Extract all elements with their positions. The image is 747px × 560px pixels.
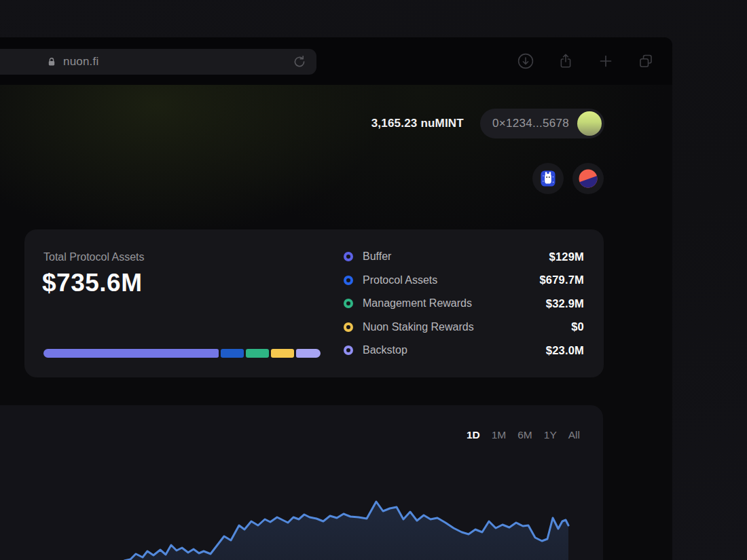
- management-rewards-dot: [344, 299, 353, 308]
- legend-label: Buffer: [363, 250, 549, 263]
- wallet-address-button[interactable]: 0×1234...5678: [480, 109, 604, 138]
- address-bar[interactable]: nuon.fi: [0, 49, 316, 75]
- total-protocol-assets-card: Total Protocol Assets $735.6M Buffer $12…: [24, 229, 604, 377]
- backstop-dot: [344, 346, 353, 355]
- bar-segment-nuon-staking-rewards: [271, 349, 294, 358]
- assets-line-chart[interactable]: [0, 405, 603, 560]
- buffer-dot: [344, 252, 353, 261]
- browser-window: nuon.fi: [0, 37, 672, 560]
- bar-segment-protocol-assets: [221, 349, 244, 358]
- nuon-staking-rewards-dot: [344, 322, 353, 332]
- reload-icon[interactable]: [292, 54, 307, 72]
- wallet-header: 3,165.23 nuMINT 0×1234...5678: [371, 109, 604, 138]
- share-icon[interactable]: [557, 52, 575, 70]
- bar-segment-buffer: [43, 349, 219, 358]
- legend-value: $32.9M: [546, 297, 584, 310]
- numint-balance: 3,165.23 nuMINT: [371, 117, 464, 130]
- assets-chart-card: 1D 1M 6M 1Y All: [0, 405, 603, 560]
- wallet-address: 0×1234...5678: [492, 117, 569, 130]
- asset-legend: Buffer $129M Protocol Assets $679.7M Man…: [344, 245, 584, 362]
- total-assets-value: $735.6M: [42, 269, 143, 297]
- toolbar-buttons: [517, 37, 655, 85]
- pie-logo-button[interactable]: [572, 163, 604, 194]
- new-tab-icon[interactable]: [597, 52, 615, 70]
- asset-allocation-bar: [43, 349, 321, 358]
- tab-overview-icon[interactable]: [637, 52, 655, 70]
- external-links: [532, 163, 604, 194]
- legend-label: Protocol Assets: [363, 274, 539, 286]
- legend-row: Backstop $23.0M: [344, 339, 584, 362]
- defillama-icon: [538, 168, 558, 189]
- legend-row: Buffer $129M: [344, 245, 584, 269]
- page-content: 3,165.23 nuMINT 0×1234...5678: [0, 85, 672, 560]
- url-text: nuon.fi: [63, 55, 98, 69]
- bar-segment-backstop: [296, 349, 321, 358]
- defillama-button[interactable]: [532, 163, 564, 194]
- legend-row: Nuon Staking Rewards $0: [344, 316, 584, 339]
- card-title: Total Protocol Assets: [43, 251, 145, 263]
- browser-toolbar: nuon.fi: [0, 37, 672, 85]
- legend-row: Management Rewards $32.9M: [344, 292, 584, 316]
- legend-label: Nuon Staking Rewards: [363, 321, 571, 333]
- lock-icon: [46, 56, 57, 67]
- bar-segment-management-rewards: [246, 349, 270, 358]
- legend-value: $23.0M: [546, 344, 584, 357]
- pie-logo-icon: [578, 168, 598, 189]
- download-icon[interactable]: [517, 52, 534, 70]
- wallet-avatar: [577, 111, 602, 136]
- legend-row: Protocol Assets $679.7M: [344, 269, 584, 293]
- legend-label: Backstop: [363, 344, 546, 356]
- legend-value: $129M: [549, 250, 584, 263]
- legend-label: Management Rewards: [363, 297, 546, 310]
- legend-value: $0: [571, 320, 584, 333]
- protocol-assets-dot: [344, 276, 353, 285]
- legend-value: $679.7M: [539, 274, 584, 286]
